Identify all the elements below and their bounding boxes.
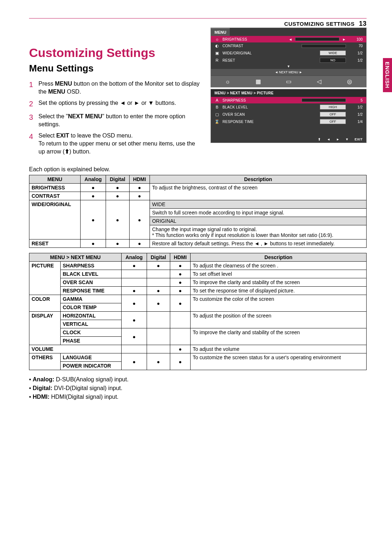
td: COLOR — [29, 295, 61, 312]
td: ● — [122, 353, 147, 370]
h1-title: Customizing Settings — [29, 46, 202, 60]
td: ● — [106, 200, 130, 239]
blacklevel-icon: B — [215, 105, 220, 109]
td: To customize the screen status for a use… — [191, 353, 367, 370]
td: ● — [122, 328, 147, 345]
td: BLACK LEVEL — [60, 270, 121, 278]
osd-slider — [302, 98, 346, 102]
td: ● — [129, 239, 150, 248]
td: To set the response time of displayed pi… — [191, 287, 367, 295]
step-text: Set the options by pressing the ◄ or ► o… — [38, 99, 202, 109]
td — [147, 278, 170, 287]
td: To customize the color of the screen — [191, 295, 367, 312]
th: Description — [191, 253, 367, 262]
td — [147, 345, 170, 353]
osd-pill: WIDE — [320, 50, 346, 56]
step-num: 3 — [29, 112, 38, 128]
osd-slider — [295, 37, 339, 41]
td: RESET — [29, 239, 81, 248]
td: RESPONSE TIME — [60, 287, 121, 295]
page-number: 13 — [359, 20, 367, 28]
td: BRIGHTNESS — [29, 184, 81, 192]
td: HORIZONTAL — [60, 312, 121, 320]
arrow-right-icon: ► — [342, 37, 346, 41]
right-icon: ► — [336, 138, 339, 141]
speaker-icon: ◁ — [314, 78, 324, 85]
td: ● — [147, 287, 170, 295]
left-icon: ◄ — [327, 138, 330, 141]
brightness-icon: ☼ — [215, 37, 220, 41]
osd-icon-bar: ☼ ▦ ▭ ◁ ◎ — [211, 75, 366, 87]
legend-row: Digital: DVI-D(Digital signal) input. — [29, 384, 367, 393]
brightness-icon: ☼ — [222, 78, 233, 85]
td: OTHERS — [29, 353, 61, 370]
td: GAMMA — [60, 295, 121, 303]
td: CONTRAST — [29, 192, 81, 200]
osd-row: ⌛RESPONSE TIMEOFF1/4 — [211, 118, 366, 125]
td: DISPLAY — [29, 312, 61, 345]
td: ● — [170, 270, 190, 278]
td: ● — [81, 200, 106, 239]
step-text: Press MENU button on the bottom of the M… — [38, 80, 202, 95]
td: ● — [122, 295, 147, 312]
legend-row: HDMI: HDMI(Digital signal) input. — [29, 393, 367, 401]
osd-pill: OFF — [320, 112, 346, 117]
ratio-icon: ▣ — [215, 51, 220, 56]
th: MENU > NEXT MENU — [29, 253, 122, 262]
td: ● — [81, 192, 106, 200]
td: To adjust the volume — [191, 345, 367, 353]
td: ● — [129, 192, 150, 200]
td: ● — [106, 184, 130, 192]
osd-pill: OFF — [320, 119, 346, 124]
reset-icon: R — [215, 58, 220, 62]
sharpness-icon: A — [215, 98, 220, 102]
osd-pill: NO — [320, 58, 346, 63]
td: Change the input image signal ratio to o… — [150, 225, 366, 239]
td: CLOCK — [60, 328, 121, 337]
td: ● — [129, 184, 150, 192]
td: Switch to full screen mode according to … — [150, 209, 366, 217]
th: HDMI — [129, 175, 150, 184]
osd-footer: ⬆ ◄ ► ▼ EXIT — [211, 136, 366, 143]
td — [147, 328, 170, 345]
td — [122, 270, 147, 278]
header-title: CUSTOMIZING SETTINGS — [284, 21, 355, 27]
td — [170, 328, 190, 345]
td: VOLUME — [29, 345, 122, 353]
osd-next-menu: ◄ NEXT MENU ► — [211, 69, 366, 75]
td: ● — [147, 295, 170, 312]
td: WIDE — [150, 200, 366, 209]
contrast-icon: ◐ — [215, 44, 220, 48]
td: ● — [147, 353, 170, 370]
td: To adjust the brightness, contrast of th… — [150, 184, 366, 200]
up-arrow-icon: ⬆ — [65, 148, 69, 155]
td: To adjust the clearness of the screen . — [191, 262, 367, 270]
td — [147, 270, 170, 278]
td — [147, 312, 170, 328]
grid-icon: ▦ — [253, 78, 264, 85]
td: ● — [122, 262, 147, 270]
td: COLOR TEMP — [60, 303, 121, 312]
steps-list: 1 Press MENU button on the bottom of the… — [29, 80, 202, 155]
gear-icon: ◎ — [344, 78, 355, 85]
td: ● — [170, 287, 190, 295]
td: ● — [81, 184, 106, 192]
td: ● — [170, 353, 190, 370]
down-icon: ▼ — [346, 138, 349, 141]
language-tab: ENGLISH — [383, 58, 392, 92]
step-num: 1 — [29, 80, 38, 95]
td: PICTURE — [29, 262, 61, 295]
osd-row: BBLACK LEVELHIGH1/2 — [211, 103, 366, 111]
td: ● — [122, 287, 147, 295]
td: ● — [129, 200, 150, 239]
osd-breadcrumb: MENU > NEXT MENU > PICTURE — [211, 89, 366, 97]
legend-row: Analog: D-SUB(Analog signal) input. — [29, 375, 367, 384]
td: ● — [106, 239, 130, 248]
explain-text: Each option is explained below. — [29, 166, 367, 173]
osd-row: RRESETNO1/2 — [211, 57, 366, 64]
th: Digital — [106, 175, 130, 184]
td: PHASE — [60, 337, 121, 345]
osd-slider — [302, 44, 346, 48]
td: To adjust the position of the screen — [191, 312, 367, 328]
td: ● — [170, 278, 190, 287]
